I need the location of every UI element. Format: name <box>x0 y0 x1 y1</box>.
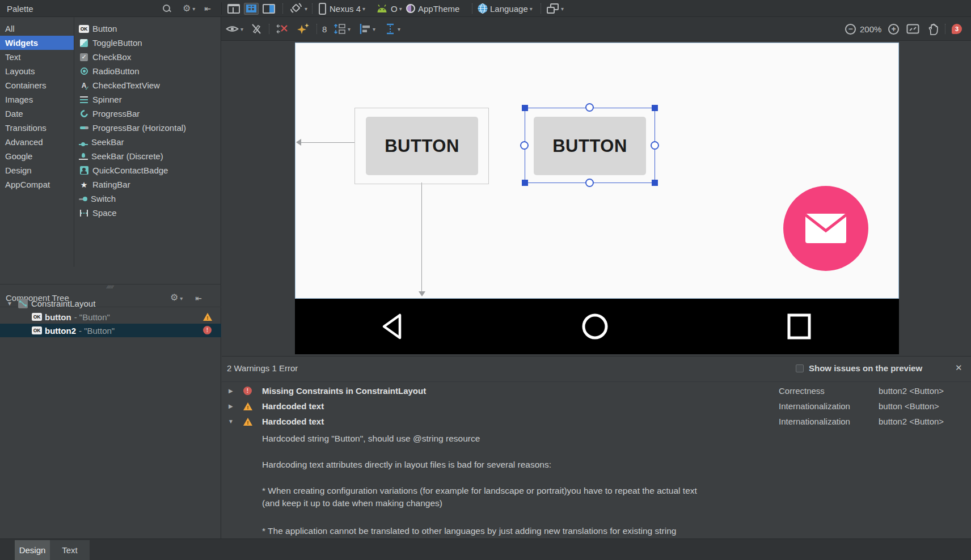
resize-handle-top-left[interactable] <box>522 105 528 111</box>
default-margin-button[interactable]: 8 <box>322 17 327 41</box>
pin-icon[interactable]: ⇤ <box>204 4 211 13</box>
android-navigation-bar <box>295 299 899 354</box>
issue-category: Internationalization <box>779 417 850 426</box>
recents-icon[interactable] <box>787 313 812 340</box>
infer-constraints-button[interactable] <box>297 17 310 41</box>
resize-handle-bottom-right[interactable] <box>652 180 658 186</box>
design-surface-toolbar: ▾ <box>221 17 971 41</box>
palette-item-button[interactable]: Button <box>74 22 221 36</box>
palette-item-progressbar-horizontal[interactable]: ProgressBar (Horizontal) <box>74 121 221 135</box>
resize-handle-top-right[interactable] <box>652 105 658 111</box>
palette-item-radiobutton[interactable]: RadioButton <box>74 64 221 78</box>
view-options-button[interactable]: ▾ <box>226 17 243 41</box>
tree-item-button2[interactable]: button2 - "Button" <box>0 324 221 337</box>
device-selector[interactable]: Nexus 4 ▾ <box>319 0 365 17</box>
tree-item-constraintlayout[interactable]: ▼ ConstraintLayout <box>0 296 221 310</box>
palette-item-space[interactable]: Space <box>74 206 221 220</box>
toolbar-divider <box>282 3 283 14</box>
palette-category-transitions[interactable]: Transitions <box>0 121 74 135</box>
palette-panel-title: Palette <box>7 4 33 14</box>
tab-text[interactable]: Text <box>50 540 90 560</box>
issue-row[interactable]: ▶ Hardcoded text Internationalization bu… <box>222 399 971 414</box>
palette-category-all[interactable]: All <box>0 22 74 36</box>
panel-splitter[interactable]: ∕∕∕∕∕ <box>0 284 221 289</box>
tab-design[interactable]: Design <box>15 540 50 560</box>
palette-item-ratingbar[interactable]: RatingBar <box>74 177 221 192</box>
pan-button[interactable] <box>927 17 939 41</box>
issue-detail-line: * The application cannot be translated t… <box>262 526 676 536</box>
palette-category-layouts[interactable]: Layouts <box>0 64 74 78</box>
guidelines-button[interactable]: ▾ <box>386 17 400 41</box>
palette-item-switch[interactable]: Switch <box>74 192 221 206</box>
chevron-down-icon: ▾ <box>192 6 195 12</box>
split-view-icon[interactable] <box>263 4 275 14</box>
zoom-in-button[interactable]: + <box>888 17 899 41</box>
palette-category-date[interactable]: Date <box>0 107 74 121</box>
resize-handle-bottom-left[interactable] <box>522 180 528 186</box>
progress-bar-horizontal-icon <box>79 124 89 133</box>
issue-row[interactable]: ▼ Hardcoded text Internationalization bu… <box>222 414 971 430</box>
back-icon[interactable] <box>381 313 403 340</box>
palette-item-checkbox[interactable]: CheckBox <box>74 50 221 64</box>
clear-constraints-button[interactable] <box>276 17 288 41</box>
palette-item-seekbar-discrete[interactable]: SeekBar (Discrete) <box>74 149 221 163</box>
canvas-button1[interactable]: BUTTON <box>366 117 478 175</box>
align-button[interactable]: ▾ <box>360 17 375 41</box>
close-icon[interactable]: ✕ <box>955 363 962 373</box>
palette-category-text[interactable]: Text <box>0 50 74 64</box>
palette-category-images[interactable]: Images <box>0 92 74 107</box>
pack-button[interactable]: ▾ <box>333 17 351 41</box>
expand-icon[interactable]: ▶ <box>229 403 233 409</box>
issue-title: Hardcoded text <box>262 417 324 426</box>
radio-button-icon <box>79 67 89 76</box>
constraint-line <box>421 183 422 293</box>
expand-icon[interactable]: ▶ <box>229 388 233 394</box>
zoom-to-fit-button[interactable] <box>906 17 919 41</box>
palette-item-checkedtextview[interactable]: CheckedTextView <box>74 78 221 92</box>
issue-row[interactable]: ▶ Missing Constraints in ConstraintLayou… <box>222 384 971 399</box>
theme-selector[interactable]: AppTheme <box>406 0 459 17</box>
constraint-anchor-bottom[interactable] <box>585 179 594 187</box>
palette-item-togglebutton[interactable]: ToggleButton <box>74 36 221 50</box>
error-icon[interactable] <box>203 326 212 334</box>
issue-notification-button[interactable]: 3 <box>952 17 962 41</box>
collapse-icon[interactable]: ▼ <box>228 418 234 425</box>
language-selector[interactable]: Language ▾ <box>478 0 533 17</box>
tree-expand-icon[interactable]: ▼ <box>7 300 12 307</box>
floating-action-button[interactable] <box>783 186 868 271</box>
zoom-in-icon: + <box>888 24 899 35</box>
autoconnect-toggle[interactable] <box>251 17 262 41</box>
palette-item-seekbar[interactable]: SeekBar <box>74 135 221 149</box>
orientation-button[interactable]: ▾ <box>289 0 307 17</box>
palette-category-advanced[interactable]: Advanced <box>0 135 74 149</box>
toolbar-divider <box>269 24 269 34</box>
quick-contact-badge-icon <box>79 166 89 175</box>
palette-category-containers[interactable]: Containers <box>0 78 74 92</box>
api-version-selector[interactable]: O ▾ <box>375 0 402 17</box>
issue-detail-line: Hardcoding text attributes directly in l… <box>262 460 551 470</box>
zoom-out-button[interactable]: − <box>845 17 856 41</box>
home-icon[interactable] <box>581 313 609 340</box>
palette-category-widgets[interactable]: Widgets <box>0 36 74 50</box>
seek-bar-icon <box>79 140 88 145</box>
palette-item-progressbar[interactable]: ProgressBar <box>74 107 221 121</box>
palette-settings-button[interactable]: ⚙▾ <box>183 0 195 17</box>
constraint-anchor-left[interactable] <box>520 141 529 150</box>
tree-item-button[interactable]: button - "Button" <box>0 310 221 324</box>
palette-category-google[interactable]: Google <box>0 149 74 163</box>
blueprint-view-icon[interactable] <box>244 3 259 15</box>
palette-category-appcompat[interactable]: AppCompat <box>0 177 74 192</box>
constraint-anchor-top[interactable] <box>585 103 594 112</box>
design-surface[interactable]: BUTTON BUTTON <box>222 41 971 356</box>
palette-category-design[interactable]: Design <box>0 163 74 177</box>
constraint-anchor-right[interactable] <box>651 141 659 150</box>
palette-item-spinner[interactable]: Spinner <box>74 92 221 107</box>
design-view-icon[interactable] <box>227 4 240 14</box>
warning-icon[interactable] <box>203 313 212 321</box>
tree-item-label: ConstraintLayout <box>31 299 95 308</box>
search-icon[interactable] <box>163 5 171 13</box>
language-label: Language <box>490 4 528 14</box>
show-issues-checkbox[interactable] <box>796 364 804 375</box>
palette-item-quickcontactbadge[interactable]: QuickContactBadge <box>74 163 221 177</box>
layout-variant-button[interactable]: ▾ <box>547 0 564 17</box>
